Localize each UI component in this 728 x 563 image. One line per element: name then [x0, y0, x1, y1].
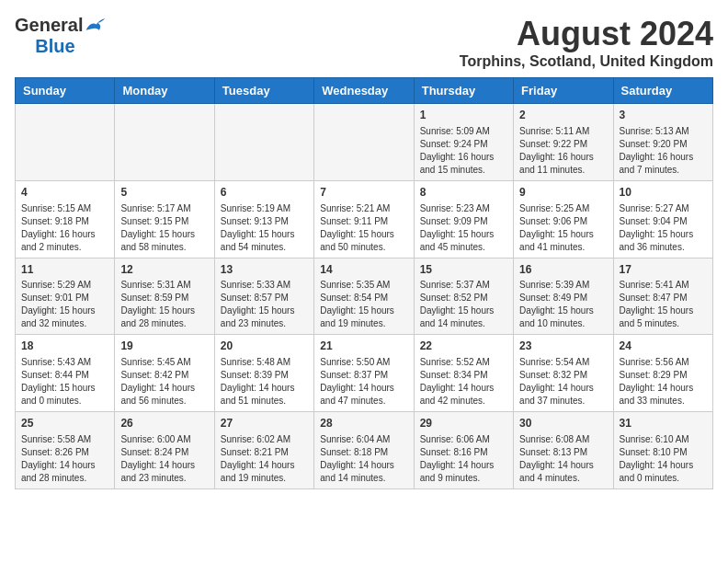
- logo-space: [15, 36, 35, 57]
- day-info-text: Sunrise: 5:56 AM: [620, 356, 707, 369]
- subtitle: Torphins, Scotland, United Kingdom: [460, 53, 713, 70]
- day-info-text: Sunrise: 5:11 AM: [519, 125, 607, 138]
- day-info-text: Daylight: 15 hours and 36 minutes.: [620, 228, 707, 254]
- day-info-text: Daylight: 14 hours and 42 minutes.: [420, 382, 507, 408]
- day-cell: 23Sunrise: 5:54 AMSunset: 8:32 PMDayligh…: [514, 335, 613, 412]
- day-cell: 17Sunrise: 5:41 AMSunset: 8:47 PMDayligh…: [613, 258, 712, 335]
- day-cell: 10Sunrise: 5:27 AMSunset: 9:04 PMDayligh…: [613, 180, 712, 258]
- day-info-text: Sunset: 8:37 PM: [320, 369, 407, 382]
- day-info-text: Sunset: 9:01 PM: [21, 292, 108, 304]
- day-info-text: Sunset: 8:42 PM: [120, 369, 208, 382]
- day-info-text: Sunrise: 6:02 AM: [221, 433, 308, 446]
- day-cell: 6Sunrise: 5:19 AMSunset: 9:13 PMDaylight…: [214, 180, 313, 258]
- day-info-text: Sunset: 9:24 PM: [420, 138, 507, 151]
- day-cell: 11Sunrise: 5:29 AMSunset: 9:01 PMDayligh…: [16, 258, 115, 335]
- week-row-5: 25Sunrise: 5:58 AMSunset: 8:26 PMDayligh…: [16, 412, 713, 489]
- header-cell-sunday: Sunday: [16, 78, 115, 104]
- logo-general-text: General: [15, 15, 83, 36]
- day-info-text: Daylight: 14 hours and 9 minutes.: [420, 459, 507, 485]
- day-number: 16: [519, 262, 607, 278]
- day-info-text: Sunset: 8:57 PM: [221, 292, 308, 304]
- day-cell: 1Sunrise: 5:09 AMSunset: 9:24 PMDaylight…: [414, 104, 513, 181]
- day-info-text: Daylight: 14 hours and 56 minutes.: [120, 382, 208, 408]
- day-number: 19: [120, 339, 208, 354]
- header-cell-wednesday: Wednesday: [314, 78, 414, 104]
- day-info-text: Sunrise: 5:09 AM: [420, 125, 507, 138]
- header-cell-monday: Monday: [115, 78, 214, 104]
- day-number: 28: [320, 416, 407, 431]
- day-cell: 13Sunrise: 5:33 AMSunset: 8:57 PMDayligh…: [214, 258, 313, 335]
- header-cell-thursday: Thursday: [414, 78, 513, 104]
- day-info-text: Sunrise: 5:41 AM: [620, 279, 707, 292]
- day-info-text: Sunrise: 5:39 AM: [519, 279, 607, 292]
- day-info-text: Sunset: 9:20 PM: [620, 138, 707, 151]
- day-info-text: Daylight: 15 hours and 58 minutes.: [120, 228, 208, 254]
- day-info-text: Sunrise: 5:15 AM: [21, 202, 108, 215]
- day-info-text: Sunset: 8:52 PM: [420, 292, 507, 304]
- day-info-text: Sunrise: 6:04 AM: [320, 433, 407, 446]
- day-info-text: Sunset: 9:11 PM: [320, 215, 407, 228]
- day-cell: [214, 104, 313, 181]
- day-info-text: Daylight: 16 hours and 11 minutes.: [519, 151, 607, 177]
- day-info-text: Sunrise: 5:43 AM: [21, 356, 108, 369]
- day-info-text: Daylight: 14 hours and 33 minutes.: [620, 382, 707, 408]
- day-number: 26: [120, 416, 208, 431]
- day-cell: 8Sunrise: 5:23 AMSunset: 9:09 PMDaylight…: [414, 180, 513, 258]
- day-number: 30: [519, 416, 607, 431]
- day-info-text: Daylight: 15 hours and 54 minutes.: [221, 228, 308, 254]
- calendar-header: SundayMondayTuesdayWednesdayThursdayFrid…: [16, 78, 713, 104]
- day-info-text: Sunset: 8:34 PM: [420, 369, 507, 382]
- day-info-text: Sunset: 8:32 PM: [519, 369, 607, 382]
- day-info-text: Daylight: 14 hours and 0 minutes.: [620, 459, 707, 485]
- day-info-text: Sunset: 8:47 PM: [620, 292, 707, 304]
- day-number: 24: [620, 339, 707, 354]
- day-info-text: Sunrise: 6:08 AM: [519, 433, 607, 446]
- day-info-text: Daylight: 16 hours and 7 minutes.: [620, 151, 707, 177]
- day-info-text: Sunrise: 5:29 AM: [21, 279, 108, 292]
- day-info-text: Daylight: 15 hours and 14 minutes.: [420, 304, 507, 330]
- day-info-text: Daylight: 15 hours and 0 minutes.: [21, 382, 108, 408]
- day-cell: 30Sunrise: 6:08 AMSunset: 8:13 PMDayligh…: [514, 412, 613, 489]
- day-cell: 20Sunrise: 5:48 AMSunset: 8:39 PMDayligh…: [214, 335, 313, 412]
- logo: General Blue: [15, 15, 107, 57]
- calendar-body: 1Sunrise: 5:09 AMSunset: 9:24 PMDaylight…: [16, 104, 713, 489]
- day-number: 29: [420, 416, 507, 431]
- day-cell: [16, 104, 115, 181]
- day-info-text: Daylight: 15 hours and 50 minutes.: [320, 228, 407, 254]
- day-info-text: Sunset: 8:18 PM: [320, 446, 407, 459]
- day-number: 11: [21, 262, 108, 278]
- day-info-text: Sunset: 9:18 PM: [21, 215, 108, 228]
- header-row: SundayMondayTuesdayWednesdayThursdayFrid…: [16, 78, 713, 104]
- week-row-4: 18Sunrise: 5:43 AMSunset: 8:44 PMDayligh…: [16, 335, 713, 412]
- day-number: 23: [519, 339, 607, 354]
- day-info-text: Sunrise: 5:37 AM: [420, 279, 507, 292]
- title-area: August 2024 Torphins, Scotland, United K…: [460, 15, 713, 70]
- day-info-text: Daylight: 15 hours and 45 minutes.: [420, 228, 507, 254]
- day-cell: 4Sunrise: 5:15 AMSunset: 9:18 PMDaylight…: [16, 180, 115, 258]
- day-info-text: Sunset: 9:04 PM: [620, 215, 707, 228]
- day-cell: 25Sunrise: 5:58 AMSunset: 8:26 PMDayligh…: [16, 412, 115, 489]
- day-info-text: Sunrise: 5:48 AM: [221, 356, 308, 369]
- day-info-text: Sunset: 9:15 PM: [120, 215, 208, 228]
- day-info-text: Daylight: 15 hours and 32 minutes.: [21, 304, 108, 330]
- day-number: 14: [320, 262, 407, 278]
- day-number: 13: [221, 262, 308, 278]
- day-info-text: Daylight: 16 hours and 2 minutes.: [21, 228, 108, 254]
- day-cell: 7Sunrise: 5:21 AMSunset: 9:11 PMDaylight…: [314, 180, 414, 258]
- logo-bird-icon: [85, 17, 107, 35]
- day-info-text: Daylight: 15 hours and 28 minutes.: [120, 304, 208, 330]
- calendar-table: SundayMondayTuesdayWednesdayThursdayFrid…: [15, 77, 713, 489]
- day-cell: [115, 104, 214, 181]
- day-cell: 18Sunrise: 5:43 AMSunset: 8:44 PMDayligh…: [16, 335, 115, 412]
- day-number: 15: [420, 262, 507, 278]
- day-number: 17: [620, 262, 707, 278]
- day-number: 7: [320, 185, 407, 201]
- day-number: 31: [620, 416, 707, 431]
- day-info-text: Daylight: 14 hours and 23 minutes.: [120, 459, 208, 485]
- day-cell: 12Sunrise: 5:31 AMSunset: 8:59 PMDayligh…: [115, 258, 214, 335]
- day-info-text: Sunset: 8:29 PM: [620, 369, 707, 382]
- day-info-text: Sunrise: 5:33 AM: [221, 279, 308, 292]
- day-info-text: Sunrise: 5:27 AM: [620, 202, 707, 215]
- day-number: 8: [420, 185, 507, 201]
- day-cell: 31Sunrise: 6:10 AMSunset: 8:10 PMDayligh…: [613, 412, 712, 489]
